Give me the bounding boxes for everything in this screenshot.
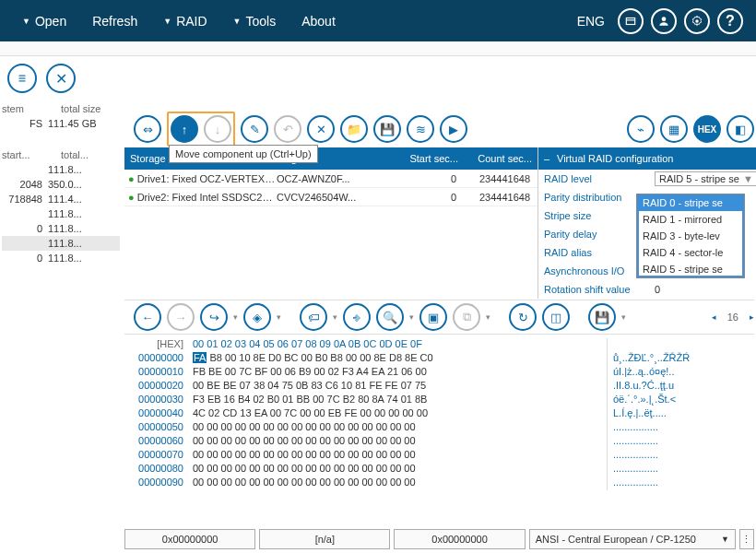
close-button[interactable]: ✕ — [46, 64, 76, 93]
partition-row[interactable]: 111.8... — [2, 206, 120, 221]
hex-row[interactable]: FA B8 00 10 8E D0 BC 00 B0 B8 00 00 8E D… — [189, 352, 607, 366]
copy-button[interactable]: ⧉ — [453, 303, 480, 331]
hex-row[interactable]: 00 00 00 00 00 00 00 00 00 00 00 00 00 0… — [189, 449, 607, 463]
user-icon[interactable] — [651, 8, 677, 34]
language-selector[interactable]: ENG — [577, 14, 605, 29]
dropdown-icon[interactable]: ▾ — [621, 312, 626, 322]
apply-button[interactable]: ▶ — [440, 115, 467, 143]
hex-mode-button[interactable]: HEX — [693, 115, 721, 143]
ascii-row: ................ — [613, 477, 754, 490]
status-offset-1: 0x00000000 — [124, 529, 255, 549]
move-down-button[interactable]: ↓ — [204, 115, 231, 143]
search-button[interactable]: 🔍 — [376, 303, 404, 331]
grid-icon[interactable]: ▦ — [660, 115, 688, 143]
partition-row[interactable]: 2048350.0... — [2, 177, 120, 192]
raid-prop-row[interactable]: RAID levelRAID 5 - stripe se▼ — [538, 170, 756, 188]
partition-row[interactable]: 0111.8... — [2, 251, 120, 265]
hex-row[interactable]: 00 BE BE 07 38 04 75 0B 83 C6 10 81 FE F… — [189, 380, 607, 394]
raid-option[interactable]: RAID 5 - stripe se — [637, 261, 744, 277]
dropdown-icon[interactable]: ▾ — [333, 312, 337, 322]
collapse-icon[interactable]: – — [538, 153, 551, 164]
edit-button[interactable]: ✎ — [241, 115, 268, 143]
col-start: start... — [2, 149, 61, 160]
nav-fwd-button[interactable]: → — [167, 303, 195, 331]
raid-option[interactable]: RAID 1 - mirrored — [637, 211, 744, 228]
dropdown-icon: ▼ — [163, 17, 171, 26]
menu-refresh[interactable]: Refresh — [79, 14, 150, 29]
ascii-row: úI.|ż..ą..ó¤ę!.. — [613, 366, 754, 380]
page-prev-icon[interactable]: ◂ — [712, 312, 716, 322]
svg-rect-0 — [626, 18, 634, 24]
menu-raid[interactable]: ▼RAID — [150, 14, 219, 29]
raid-panel-title: Virtual RAID configuration — [551, 153, 679, 164]
ascii-row: ů¸..ŽĐĽ.°¸..ŽŘŽŔ — [613, 352, 754, 366]
gear-icon[interactable] — [684, 8, 710, 34]
col-total: total... — [61, 149, 120, 160]
raid-option[interactable]: RAID 4 - sector-le — [637, 244, 744, 261]
dropdown-icon[interactable]: ▾ — [233, 312, 238, 322]
status-extra[interactable]: ⋮ — [739, 529, 754, 549]
select-button[interactable]: ▣ — [419, 303, 447, 331]
delete-button[interactable]: ✕ — [307, 115, 335, 143]
hex-offset: 00000060 — [124, 435, 183, 449]
nav-back-button[interactable]: ← — [134, 303, 161, 331]
panel-icon[interactable]: ◧ — [726, 115, 754, 143]
col-start-sec[interactable]: Start sec... — [390, 153, 464, 164]
goto-button[interactable]: ⎆ — [343, 303, 371, 331]
page-next-icon[interactable]: ▸ — [750, 312, 754, 322]
tag-button[interactable]: 🏷 — [300, 303, 327, 331]
ascii-row: ................ — [613, 435, 754, 449]
dropdown-icon[interactable]: ▾ — [277, 312, 281, 322]
hex-offset: 00000000 — [124, 352, 183, 366]
compare-button[interactable]: ◫ — [542, 303, 570, 331]
raid-level-dropdown-list[interactable]: RAID 0 - stripe seRAID 1 - mirroredRAID … — [636, 194, 745, 278]
bookmark-button[interactable]: ◈ — [243, 303, 271, 331]
status-na: [n/a] — [259, 529, 390, 549]
raid-prop-row[interactable]: Rotation shift value0 — [538, 280, 756, 299]
expand-icon[interactable]: ⇔ — [134, 115, 161, 143]
raid-option[interactable]: RAID 3 - byte-lev — [637, 228, 744, 244]
partition-row[interactable]: 718848111.4... — [2, 192, 120, 206]
menu-about[interactable]: About — [289, 14, 348, 29]
page-size: 16 — [727, 312, 738, 323]
ascii-row: ................ — [613, 463, 754, 477]
hex-offset: 00000070 — [124, 449, 183, 463]
hex-row[interactable]: 00 00 00 00 00 00 00 00 00 00 00 00 00 0… — [189, 421, 607, 435]
col-count-sec[interactable]: Count sec... — [464, 153, 537, 164]
partition-row[interactable]: 0111.8... — [2, 221, 120, 236]
encoding-selector[interactable]: ANSI - Central European / CP-1250▼ — [529, 529, 736, 549]
drive-row[interactable]: ●Drive1: Fixed OCZ-VERTEX3 (...OCZ-AWNZ0… — [124, 170, 537, 188]
drive-row[interactable]: ●Drive2: Fixed Intel SSDSC2BW...CVCV2465… — [124, 188, 537, 206]
save-button[interactable]: 💾 — [373, 115, 401, 143]
activity-icon[interactable]: ⌁ — [627, 115, 655, 143]
jump-button[interactable]: ↪ — [200, 303, 228, 331]
help-icon[interactable]: ? — [717, 8, 743, 34]
partition-row[interactable]: 111.8... — [2, 162, 120, 177]
open-folder-button[interactable]: 📁 — [340, 115, 368, 143]
move-up-button[interactable]: ↑ — [171, 115, 198, 143]
partition-row[interactable]: 111.8... — [2, 236, 120, 251]
dropdown-icon[interactable]: ▾ — [486, 312, 490, 322]
disk-save-button[interactable]: 💾 — [588, 303, 616, 331]
reload-button[interactable]: ↻ — [509, 303, 537, 331]
hex-row[interactable]: F3 EB 16 B4 02 B0 01 BB 00 7C B2 80 8A 7… — [189, 394, 607, 407]
raid-level-select[interactable]: RAID 5 - stripe se▼ — [655, 171, 756, 186]
svg-point-3 — [695, 19, 699, 23]
layers-button[interactable]: ≋ — [407, 115, 434, 143]
hex-row[interactable]: 4C 02 CD 13 EA 00 7C 00 00 EB FE 00 00 0… — [189, 407, 607, 421]
menu-tools[interactable]: ▼Tools — [220, 14, 289, 29]
hex-row[interactable]: 00 00 00 00 00 00 00 00 00 00 00 00 00 0… — [189, 435, 607, 449]
dropdown-icon[interactable]: ▾ — [409, 312, 414, 322]
hex-row[interactable]: FB BE 00 7C BF 00 06 B9 00 02 F3 A4 EA 2… — [189, 366, 607, 380]
hex-offset: 00000010 — [124, 366, 183, 380]
ascii-row: .II.8.u.?Ć..ţţ.u — [613, 380, 754, 394]
hex-row[interactable]: 00 00 00 00 00 00 00 00 00 00 00 00 00 0… — [189, 477, 607, 490]
undo-button[interactable]: ↶ — [274, 115, 301, 143]
list-view-button[interactable] — [7, 64, 37, 93]
menu-open[interactable]: ▼Open — [9, 14, 79, 29]
window-icon[interactable] — [618, 8, 644, 34]
raid-option[interactable]: RAID 0 - stripe se — [637, 194, 744, 211]
dropdown-icon: ▼ — [22, 17, 30, 26]
ascii-row: L.Í.ę.|..ëţ..... — [613, 407, 754, 421]
hex-row[interactable]: 00 00 00 00 00 00 00 00 00 00 00 00 00 0… — [189, 463, 607, 477]
